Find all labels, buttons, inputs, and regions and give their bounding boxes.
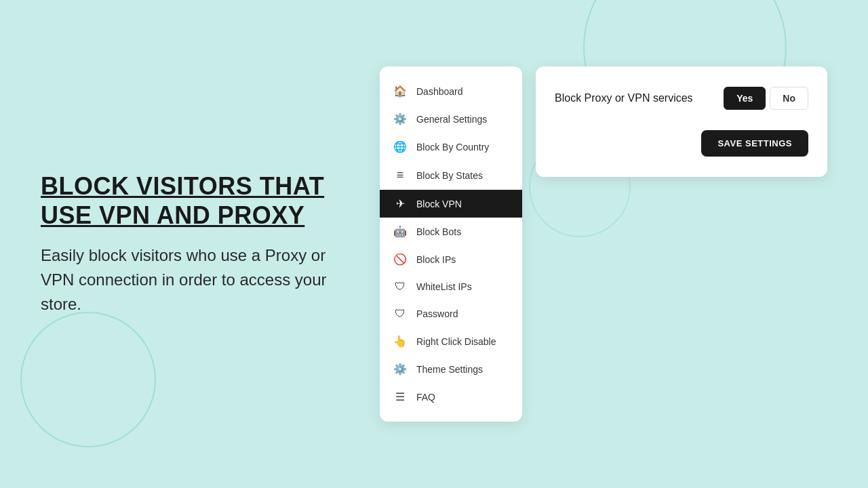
sidebar-item-faq[interactable]: ☰ FAQ bbox=[380, 383, 522, 411]
toggle-group: Yes No bbox=[724, 87, 808, 110]
vpn-icon: ✈ bbox=[393, 197, 407, 210]
sidebar-item-block-ips[interactable]: 🚫 Block IPs bbox=[380, 245, 522, 273]
theme-icon: ⚙️ bbox=[393, 363, 407, 375]
sidebar-label-block-ips: Block IPs bbox=[416, 254, 456, 265]
sidebar-label-password: Password bbox=[416, 308, 458, 319]
sidebar-item-password[interactable]: 🛡 Password bbox=[380, 300, 522, 327]
sidebar-label-block-bots: Block Bots bbox=[416, 226, 461, 237]
shield-check-icon: 🛡 bbox=[393, 281, 407, 293]
sidebar-label-block-by-country: Block By Country bbox=[416, 142, 489, 152]
hero-title: BLOCK VISITORS THAT USE VPN AND PROXY bbox=[41, 171, 353, 230]
gear-icon: ⚙️ bbox=[393, 113, 407, 125]
yes-button[interactable]: Yes bbox=[724, 87, 766, 110]
setting-label: Block Proxy or VPN services bbox=[555, 92, 693, 104]
sidebar-label-general-settings: General Settings bbox=[416, 114, 487, 125]
vpn-setting-row: Block Proxy or VPN services Yes No bbox=[555, 87, 808, 110]
sidebar-item-whitelist-ips[interactable]: 🛡 WhiteList IPs bbox=[380, 273, 522, 300]
home-icon: 🏠 bbox=[393, 85, 407, 98]
block-icon: 🚫 bbox=[393, 253, 407, 266]
sidebar-item-theme-settings[interactable]: ⚙️ Theme Settings bbox=[380, 355, 522, 383]
filter-icon: ≡ bbox=[393, 168, 407, 182]
sidebar-label-faq: FAQ bbox=[416, 392, 435, 403]
sidebar-item-block-bots[interactable]: 🤖 Block Bots bbox=[380, 218, 522, 245]
sidebar-label-theme-settings: Theme Settings bbox=[416, 364, 483, 375]
hero-section: BLOCK VISITORS THAT USE VPN AND PROXY Ea… bbox=[41, 171, 380, 317]
sidebar-label-right-click-disable: Right Click Disable bbox=[416, 336, 496, 347]
cursor-icon: 👆 bbox=[393, 335, 407, 348]
app-panel: 🏠 Dashboard ⚙️ General Settings 🌐 Block … bbox=[380, 66, 827, 422]
sidebar-item-block-by-states[interactable]: ≡ Block By States bbox=[380, 161, 522, 190]
lock-icon: 🛡 bbox=[393, 308, 407, 320]
sidebar-label-block-by-states: Block By States bbox=[416, 170, 483, 181]
sidebar-label-dashboard: Dashboard bbox=[416, 86, 463, 97]
sidebar-item-general-settings[interactable]: ⚙️ General Settings bbox=[380, 105, 522, 133]
content-panel: Block Proxy or VPN services Yes No SAVE … bbox=[536, 66, 827, 177]
sidebar-label-block-vpn: Block VPN bbox=[416, 199, 462, 209]
bot-icon: 🤖 bbox=[393, 225, 407, 238]
sidebar-nav: 🏠 Dashboard ⚙️ General Settings 🌐 Block … bbox=[380, 66, 522, 422]
sidebar-label-whitelist-ips: WhiteList IPs bbox=[416, 281, 472, 292]
hero-description: Easily block visitors who use a Proxy or… bbox=[41, 243, 353, 317]
sidebar-item-block-vpn[interactable]: ✈ Block VPN bbox=[380, 190, 522, 218]
sidebar-item-dashboard[interactable]: 🏠 Dashboard bbox=[380, 77, 522, 105]
sidebar-item-block-by-country[interactable]: 🌐 Block By Country bbox=[380, 133, 522, 161]
no-button[interactable]: No bbox=[770, 87, 808, 110]
menu-icon: ☰ bbox=[393, 390, 407, 403]
sidebar-item-right-click-disable[interactable]: 👆 Right Click Disable bbox=[380, 327, 522, 355]
save-settings-button[interactable]: SAVE SETTINGS bbox=[701, 130, 808, 157]
globe-icon: 🌐 bbox=[393, 140, 407, 153]
